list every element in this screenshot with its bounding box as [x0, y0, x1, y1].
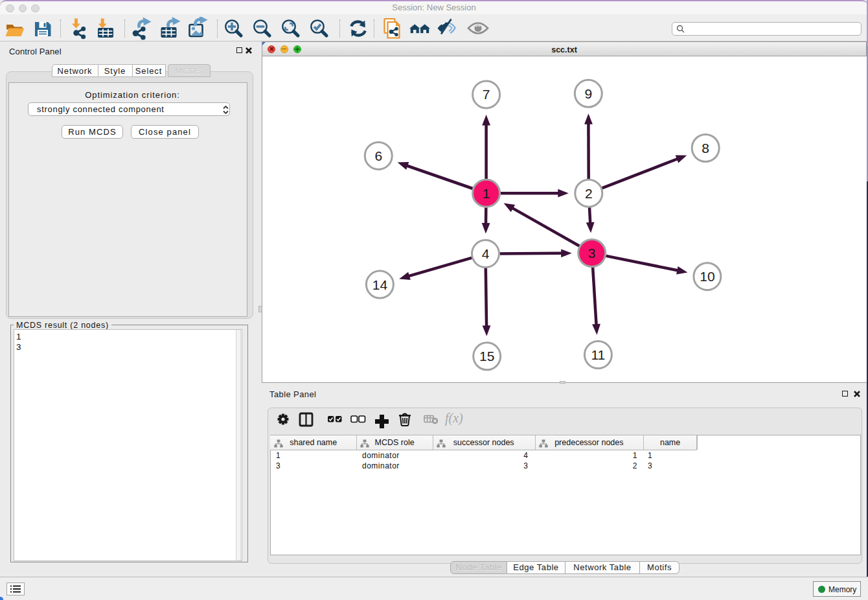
svg-text:10: 10 [700, 269, 714, 284]
svg-text:1: 1 [483, 186, 490, 201]
svg-text:15: 15 [479, 349, 494, 363]
svg-text:6: 6 [374, 148, 382, 163]
svg-text:2: 2 [585, 186, 593, 201]
svg-text:9: 9 [584, 86, 592, 101]
svg-text:4: 4 [482, 246, 490, 261]
svg-text:3: 3 [588, 246, 596, 260]
svg-text:8: 8 [702, 141, 709, 156]
svg-text:14: 14 [372, 277, 388, 292]
svg-text:7: 7 [483, 87, 490, 102]
svg-text:11: 11 [591, 347, 605, 362]
